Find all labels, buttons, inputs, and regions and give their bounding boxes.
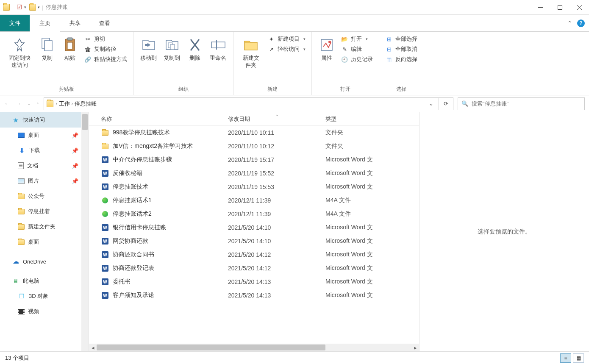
rename-button[interactable]: 重命名 bbox=[206, 33, 230, 63]
new-folder-button[interactable]: 新建文件夹 bbox=[237, 33, 265, 70]
file-list[interactable]: 998教学停息挂账技术2020/11/10 10:11文件夹加V信：mengxt… bbox=[89, 126, 419, 344]
invert-select-button[interactable]: ◫反向选择 bbox=[385, 56, 417, 63]
sidebar-item-new-folder[interactable]: 新建文件夹 bbox=[0, 219, 81, 234]
cut-button[interactable]: ✂剪切 bbox=[84, 35, 127, 43]
chevron-right-icon[interactable]: › bbox=[56, 101, 57, 106]
select-all-button[interactable]: ⊞全部选择 bbox=[385, 35, 417, 43]
scrollbar-thumb[interactable] bbox=[82, 114, 88, 130]
file-row[interactable]: W协商还款合同书2021/5/20 14:12Microsoft Word 文 bbox=[89, 248, 419, 261]
address-dropdown[interactable]: ⌄ bbox=[426, 100, 436, 107]
file-row[interactable]: W中介代办停息挂账步骤2020/11/19 15:17Microsoft Wor… bbox=[89, 153, 419, 167]
qat-caret-icon[interactable]: ▾ bbox=[24, 5, 26, 9]
properties-label: 属性 bbox=[321, 55, 332, 62]
file-row[interactable]: 加V信：mengxt2备注学习技术2020/11/10 10:12文件夹 bbox=[89, 139, 419, 153]
file-row[interactable]: 停息挂账话术22020/12/1 11:39M4A 文件 bbox=[89, 207, 419, 221]
view-large-icons-button[interactable]: ▦ bbox=[573, 353, 584, 363]
file-type: Microsoft Word 文 bbox=[325, 264, 419, 272]
view-details-button[interactable]: ≡ bbox=[560, 353, 571, 363]
sidebar-item-3d-objects[interactable]: ❒3D 对象 bbox=[0, 289, 81, 304]
sidebar-item-downloads[interactable]: ⬇下载📌 bbox=[0, 143, 81, 158]
chevron-down-icon: ▾ bbox=[303, 47, 306, 51]
file-row[interactable]: W协商还款登记表2021/5/20 14:12Microsoft Word 文 bbox=[89, 261, 419, 275]
ribbon-collapse-icon[interactable]: ⌃ bbox=[567, 20, 572, 26]
file-date: 2020/12/1 11:39 bbox=[228, 197, 325, 204]
file-row[interactable]: W委托书2021/5/20 14:13Microsoft Word 文 bbox=[89, 275, 419, 289]
copy-to-button[interactable]: 复制到 bbox=[160, 33, 183, 63]
tab-file[interactable]: 文件 bbox=[0, 15, 30, 31]
nav-forward-button[interactable]: → bbox=[16, 100, 21, 107]
col-header-date[interactable]: ⌃修改日期 bbox=[228, 115, 325, 123]
select-none-button[interactable]: ⊟全部取消 bbox=[385, 45, 417, 53]
sidebar-item-desktop2[interactable]: 桌面 bbox=[0, 234, 81, 250]
sidebar-item-documents[interactable]: 文档📌 bbox=[0, 158, 81, 173]
pin-quick-access-button[interactable]: 固定到快速访问 bbox=[3, 33, 36, 70]
move-to-button[interactable]: 移动到 bbox=[137, 33, 160, 63]
titlebar: ☑ ▾ ▾ | 停息挂账 bbox=[0, 0, 589, 15]
paste-shortcut-button[interactable]: 🔗粘贴快捷方式 bbox=[84, 56, 127, 63]
sidebar[interactable]: ★快速访问 桌面📌 ⬇下载📌 文档📌 图片📌 公众号 停息挂着 新建文件夹 桌面… bbox=[0, 112, 89, 351]
scroll-left-button[interactable]: ◂ bbox=[89, 344, 97, 351]
sidebar-item-videos[interactable]: 视频 bbox=[0, 304, 81, 319]
file-type: 文件夹 bbox=[325, 129, 419, 136]
sidebar-item-onedrive[interactable]: ☁OneDrive bbox=[0, 254, 81, 269]
navbar: ← → ⌄ ↑ › 工作 › 停息挂账 ⌄ ⟳ 🔍 bbox=[0, 95, 589, 112]
sidebar-scrollbar[interactable] bbox=[81, 112, 89, 351]
edit-button[interactable]: ✎编辑 bbox=[341, 45, 373, 53]
qat-dropdown-icon[interactable]: ▾ bbox=[38, 5, 40, 9]
maximize-button[interactable] bbox=[550, 0, 570, 15]
scrollbar-thumb[interactable] bbox=[97, 345, 325, 350]
file-row[interactable]: W网贷协商还款2021/5/20 14:10Microsoft Word 文 bbox=[89, 234, 419, 248]
new-item-button[interactable]: ✦新建项目▾ bbox=[267, 35, 306, 43]
paste-button[interactable]: 粘贴 bbox=[58, 33, 81, 63]
copy-button[interactable]: 复制 bbox=[36, 33, 58, 63]
chevron-right-icon[interactable]: › bbox=[72, 101, 73, 106]
sidebar-item-desktop[interactable]: 桌面📌 bbox=[0, 128, 81, 143]
minimize-button[interactable] bbox=[531, 0, 550, 15]
pin-icon: 📌 bbox=[72, 178, 78, 184]
move-icon bbox=[142, 36, 156, 54]
file-row[interactable]: 998教学停息挂账技术2020/11/10 10:11文件夹 bbox=[89, 126, 419, 139]
copy-path-button[interactable]: 🛣复制路径 bbox=[84, 45, 127, 53]
horizontal-scrollbar[interactable]: ◂ ▸ bbox=[89, 344, 419, 351]
history-button[interactable]: 🕘历史记录 bbox=[341, 56, 373, 63]
newfolder-label: 新建文件夹 bbox=[240, 55, 261, 69]
sidebar-item-this-pc[interactable]: 🖥此电脑 bbox=[0, 273, 81, 289]
help-icon[interactable]: ? bbox=[577, 19, 585, 27]
nav-up-button[interactable]: ↑ bbox=[36, 100, 39, 107]
nav-back-button[interactable]: ← bbox=[4, 100, 10, 107]
file-name: 998教学停息挂账技术 bbox=[113, 129, 228, 136]
tab-home[interactable]: 主页 bbox=[30, 15, 60, 32]
shortcut-icon: 🔗 bbox=[84, 56, 92, 63]
col-header-name[interactable]: 名称 bbox=[101, 115, 228, 123]
tab-share[interactable]: 共享 bbox=[60, 15, 90, 31]
sidebar-item-pictures[interactable]: 图片📌 bbox=[0, 173, 81, 189]
tab-view[interactable]: 查看 bbox=[90, 15, 119, 31]
statusbar: 13 个项目 ≡ ▦ bbox=[0, 351, 589, 364]
file-date: 2020/11/19 15:17 bbox=[228, 156, 325, 163]
close-button[interactable] bbox=[570, 0, 589, 15]
qat-checkbox-icon[interactable]: ☑ bbox=[15, 3, 23, 11]
scroll-right-button[interactable]: ▸ bbox=[411, 344, 419, 351]
file-row[interactable]: W反催收秘籍2020/11/19 15:52Microsoft Word 文 bbox=[89, 167, 419, 180]
easy-access-button[interactable]: ↗轻松访问▾ bbox=[267, 45, 306, 53]
breadcrumb-seg-1[interactable]: 停息挂账 bbox=[74, 100, 97, 108]
address-bar[interactable]: › 工作 › 停息挂账 ⌄ bbox=[44, 97, 439, 110]
nav-recent-dropdown[interactable]: ⌄ bbox=[27, 101, 31, 106]
search-box[interactable]: 🔍 bbox=[458, 97, 585, 110]
file-row[interactable]: W停息挂账技术2020/11/19 15:53Microsoft Word 文 bbox=[89, 180, 419, 194]
col-header-type[interactable]: 类型 bbox=[325, 115, 419, 123]
file-row[interactable]: W客户须知及承诺2021/5/20 14:13Microsoft Word 文 bbox=[89, 289, 419, 302]
ribbon-group-open: 属性 📂打开▾ ✎编辑 🕘历史记录 打开 bbox=[312, 32, 379, 95]
search-input[interactable] bbox=[472, 100, 581, 107]
refresh-button[interactable]: ⟳ bbox=[439, 97, 453, 110]
delete-button[interactable]: 删除 bbox=[183, 33, 206, 63]
file-row[interactable]: 停息挂账话术12020/12/1 11:39M4A 文件 bbox=[89, 194, 419, 207]
sidebar-item-txgz[interactable]: 停息挂着 bbox=[0, 204, 81, 219]
file-row[interactable]: W银行信用卡停息挂账2021/5/20 14:10Microsoft Word … bbox=[89, 221, 419, 234]
open-button[interactable]: 📂打开▾ bbox=[341, 35, 373, 43]
properties-button[interactable]: 属性 bbox=[315, 33, 338, 63]
breadcrumb-seg-0[interactable]: 工作 bbox=[58, 100, 71, 108]
ribbon-group-select: ⊞全部选择 ⊟全部取消 ◫反向选择 选择 bbox=[379, 32, 423, 95]
sidebar-item-quick-access[interactable]: ★快速访问 bbox=[0, 112, 81, 128]
sidebar-item-gzh[interactable]: 公众号 bbox=[0, 189, 81, 204]
